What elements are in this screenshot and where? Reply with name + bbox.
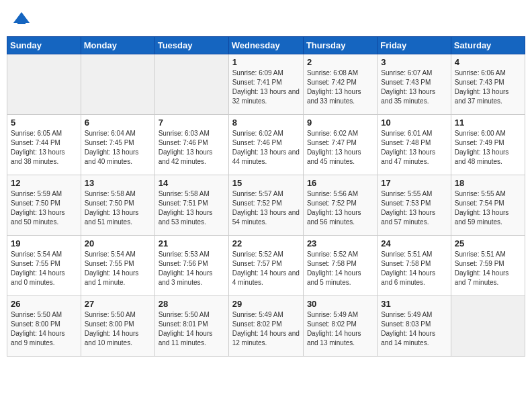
day-info: Sunrise: 5:55 AM Sunset: 7:53 PM Dayligh… (381, 189, 447, 227)
day-info: Sunrise: 6:03 AM Sunset: 7:46 PM Dayligh… (159, 129, 225, 167)
calendar-cell: 19Sunrise: 5:54 AM Sunset: 7:55 PM Dayli… (7, 236, 81, 296)
calendar-cell: 27Sunrise: 5:50 AM Sunset: 8:00 PM Dayli… (81, 296, 154, 357)
calendar-cell: 17Sunrise: 5:55 AM Sunset: 7:53 PM Dayli… (378, 175, 451, 236)
calendar-cell: 5Sunrise: 6:05 AM Sunset: 7:44 PM Daylig… (7, 115, 81, 175)
day-number: 10 (381, 118, 447, 128)
day-info: Sunrise: 5:58 AM Sunset: 7:50 PM Dayligh… (85, 189, 151, 227)
day-number: 8 (232, 118, 300, 128)
day-number: 26 (11, 299, 77, 309)
day-info: Sunrise: 5:56 AM Sunset: 7:52 PM Dayligh… (307, 189, 373, 227)
day-number: 16 (307, 178, 373, 188)
calendar-cell: 1Sunrise: 6:09 AM Sunset: 7:41 PM Daylig… (228, 54, 303, 115)
day-number: 3 (381, 57, 447, 67)
calendar-week-3: 12Sunrise: 5:59 AM Sunset: 7:50 PM Dayli… (7, 175, 525, 236)
day-info: Sunrise: 5:53 AM Sunset: 7:56 PM Dayligh… (159, 250, 225, 287)
calendar-cell: 9Sunrise: 6:02 AM Sunset: 7:47 PM Daylig… (303, 115, 377, 175)
day-info: Sunrise: 5:50 AM Sunset: 8:01 PM Dayligh… (159, 310, 225, 348)
day-number: 15 (232, 178, 300, 188)
day-number: 30 (307, 299, 373, 309)
day-header-sunday: Sunday (7, 37, 81, 54)
day-header-tuesday: Tuesday (154, 37, 228, 54)
calendar-cell: 14Sunrise: 5:58 AM Sunset: 7:51 PM Dayli… (154, 175, 228, 236)
day-info: Sunrise: 5:51 AM Sunset: 7:58 PM Dayligh… (381, 250, 447, 287)
calendar-cell: 7Sunrise: 6:03 AM Sunset: 7:46 PM Daylig… (154, 115, 228, 175)
day-number: 29 (232, 299, 300, 309)
day-number: 28 (159, 299, 225, 309)
day-info: Sunrise: 5:57 AM Sunset: 7:52 PM Dayligh… (232, 189, 300, 227)
calendar-cell: 12Sunrise: 5:59 AM Sunset: 7:50 PM Dayli… (7, 175, 81, 236)
day-info: Sunrise: 5:50 AM Sunset: 8:00 PM Dayligh… (11, 310, 77, 348)
day-info: Sunrise: 5:51 AM Sunset: 7:59 PM Dayligh… (455, 250, 521, 287)
day-info: Sunrise: 6:07 AM Sunset: 7:43 PM Dayligh… (381, 68, 447, 106)
calendar-header-row: SundayMondayTuesdayWednesdayThursdayFrid… (7, 37, 525, 54)
day-info: Sunrise: 6:08 AM Sunset: 7:42 PM Dayligh… (307, 68, 373, 106)
calendar-cell: 30Sunrise: 5:49 AM Sunset: 8:02 PM Dayli… (303, 296, 377, 357)
calendar-cell (154, 54, 228, 115)
day-info: Sunrise: 5:49 AM Sunset: 8:03 PM Dayligh… (381, 310, 447, 348)
day-header-monday: Monday (81, 37, 154, 54)
calendar-cell (81, 54, 154, 115)
day-info: Sunrise: 5:54 AM Sunset: 7:55 PM Dayligh… (11, 250, 77, 287)
day-number: 23 (307, 238, 373, 248)
day-number: 21 (159, 238, 225, 248)
day-number: 19 (11, 238, 77, 248)
day-header-thursday: Thursday (303, 37, 377, 54)
day-info: Sunrise: 5:55 AM Sunset: 7:54 PM Dayligh… (455, 189, 521, 227)
day-number: 27 (85, 299, 151, 309)
calendar-cell (451, 296, 525, 357)
calendar-cell: 6Sunrise: 6:04 AM Sunset: 7:45 PM Daylig… (81, 115, 154, 175)
day-info: Sunrise: 6:04 AM Sunset: 7:45 PM Dayligh… (85, 129, 151, 167)
calendar-cell: 25Sunrise: 5:51 AM Sunset: 7:59 PM Dayli… (451, 236, 525, 296)
day-number: 17 (381, 178, 447, 188)
day-number: 9 (307, 118, 373, 128)
day-info: Sunrise: 6:09 AM Sunset: 7:41 PM Dayligh… (232, 68, 300, 106)
calendar-cell: 29Sunrise: 5:49 AM Sunset: 8:02 PM Dayli… (228, 296, 303, 357)
calendar-cell: 16Sunrise: 5:56 AM Sunset: 7:52 PM Dayli… (303, 175, 377, 236)
day-number: 14 (159, 178, 225, 188)
day-number: 22 (232, 238, 300, 248)
day-info: Sunrise: 6:01 AM Sunset: 7:48 PM Dayligh… (381, 129, 447, 167)
day-number: 4 (455, 57, 521, 67)
day-header-friday: Friday (378, 37, 451, 54)
calendar-cell: 3Sunrise: 6:07 AM Sunset: 7:43 PM Daylig… (378, 54, 451, 115)
calendar-cell: 2Sunrise: 6:08 AM Sunset: 7:42 PM Daylig… (303, 54, 377, 115)
day-info: Sunrise: 5:59 AM Sunset: 7:50 PM Dayligh… (11, 189, 77, 227)
calendar-table: SundayMondayTuesdayWednesdayThursdayFrid… (7, 36, 525, 357)
calendar-cell: 10Sunrise: 6:01 AM Sunset: 7:48 PM Dayli… (378, 115, 451, 175)
page-header (7, 7, 525, 31)
svg-rect-1 (17, 19, 26, 24)
day-number: 1 (232, 57, 300, 67)
calendar-cell: 20Sunrise: 5:54 AM Sunset: 7:55 PM Dayli… (81, 236, 154, 296)
day-number: 24 (381, 238, 447, 248)
calendar-cell: 21Sunrise: 5:53 AM Sunset: 7:56 PM Dayli… (154, 236, 228, 296)
day-info: Sunrise: 5:58 AM Sunset: 7:51 PM Dayligh… (159, 189, 225, 227)
calendar-cell: 15Sunrise: 5:57 AM Sunset: 7:52 PM Dayli… (228, 175, 303, 236)
calendar-cell: 22Sunrise: 5:52 AM Sunset: 7:57 PM Dayli… (228, 236, 303, 296)
logo-icon (12, 9, 31, 28)
day-info: Sunrise: 6:06 AM Sunset: 7:43 PM Dayligh… (455, 68, 521, 106)
calendar-cell: 18Sunrise: 5:55 AM Sunset: 7:54 PM Dayli… (451, 175, 525, 236)
day-info: Sunrise: 5:50 AM Sunset: 8:00 PM Dayligh… (85, 310, 151, 348)
day-info: Sunrise: 6:02 AM Sunset: 7:46 PM Dayligh… (232, 129, 300, 167)
day-number: 13 (85, 178, 151, 188)
logo (12, 9, 34, 28)
day-header-wednesday: Wednesday (228, 37, 303, 54)
calendar-cell: 13Sunrise: 5:58 AM Sunset: 7:50 PM Dayli… (81, 175, 154, 236)
day-info: Sunrise: 5:52 AM Sunset: 7:58 PM Dayligh… (307, 250, 373, 287)
day-number: 25 (455, 238, 521, 248)
day-info: Sunrise: 6:00 AM Sunset: 7:49 PM Dayligh… (455, 129, 521, 167)
day-number: 7 (159, 118, 225, 128)
calendar-cell: 4Sunrise: 6:06 AM Sunset: 7:43 PM Daylig… (451, 54, 525, 115)
calendar-cell: 8Sunrise: 6:02 AM Sunset: 7:46 PM Daylig… (228, 115, 303, 175)
day-number: 5 (11, 118, 77, 128)
day-number: 20 (85, 238, 151, 248)
calendar-week-2: 5Sunrise: 6:05 AM Sunset: 7:44 PM Daylig… (7, 115, 525, 175)
day-info: Sunrise: 5:52 AM Sunset: 7:57 PM Dayligh… (232, 250, 300, 287)
day-number: 31 (381, 299, 447, 309)
day-header-saturday: Saturday (451, 37, 525, 54)
day-number: 11 (455, 118, 521, 128)
calendar-body: 1Sunrise: 6:09 AM Sunset: 7:41 PM Daylig… (7, 54, 525, 357)
day-info: Sunrise: 5:49 AM Sunset: 8:02 PM Dayligh… (232, 310, 300, 348)
calendar-week-1: 1Sunrise: 6:09 AM Sunset: 7:41 PM Daylig… (7, 54, 525, 115)
day-info: Sunrise: 6:02 AM Sunset: 7:47 PM Dayligh… (307, 129, 373, 167)
